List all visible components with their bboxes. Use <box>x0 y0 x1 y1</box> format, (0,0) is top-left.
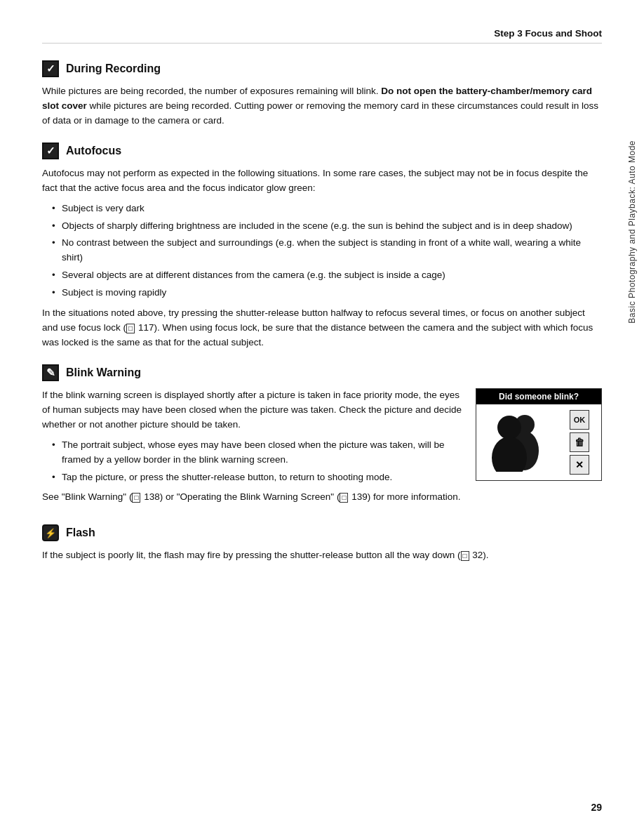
during-recording-text: While pictures are being recorded, the n… <box>42 84 602 128</box>
blink-action-buttons: OK 🗑 ✕ <box>570 410 589 475</box>
page-container: Step 3 Focus and Shoot ✓ During Recordin… <box>0 0 644 834</box>
section-heading-blink-warning: Blink Warning <box>66 366 141 379</box>
sidebar-label: Basic Photography and Playback: Auto Mod… <box>627 140 637 324</box>
section-heading-during-recording: During Recording <box>66 62 161 75</box>
section-heading-autofocus: Autofocus <box>66 145 121 157</box>
page-number: 29 <box>591 802 602 813</box>
blink-warning-content: If the blink warning screen is displayed… <box>42 388 602 510</box>
list-item: Objects of sharply differing brightness … <box>49 219 602 234</box>
blink-close-icon: ✕ <box>575 459 584 470</box>
autofocus-after: In the situations noted above, try press… <box>42 306 602 350</box>
section-heading-flash: Flash <box>66 527 95 539</box>
blink-warning-reference: See "Blink Warning" (□ 138) or "Operatin… <box>42 490 464 505</box>
list-item: Subject is very dark <box>49 201 602 216</box>
section-title-blink-warning: ✎ Blink Warning <box>42 364 602 381</box>
flash-text: If the subject is poorly lit, the flash … <box>42 548 602 563</box>
book-ref-icon: □ <box>132 493 140 503</box>
blink-figures-svg <box>488 412 565 472</box>
list-item: The portrait subject, whose eyes may hav… <box>49 438 464 468</box>
list-item: Tap the picture, or press the shutter-re… <box>49 470 464 485</box>
autofocus-intro: Autofocus may not perform as expected in… <box>42 166 602 196</box>
section-title-flash: ⚡ Flash <box>42 524 602 541</box>
pencil-icon-blink-warning: ✎ <box>42 364 59 381</box>
blink-delete-button[interactable]: 🗑 <box>570 432 589 452</box>
blink-warning-intro: If the blink warning screen is displayed… <box>42 388 464 432</box>
blink-warning-image: Did someone blink? OK 🗑 ✕ <box>476 388 602 481</box>
list-item: Subject is moving rapidly <box>49 286 602 300</box>
book-ref-icon: □ <box>461 551 469 561</box>
section-title-during-recording: ✓ During Recording <box>42 60 602 77</box>
autofocus-bullet-list: Subject is very dark Objects of sharply … <box>42 201 602 301</box>
checked-icon-during-recording: ✓ <box>42 60 59 77</box>
blink-ok-label: OK <box>574 416 586 424</box>
page-header: Step 3 Focus and Shoot <box>42 28 602 44</box>
book-ref-icon: □ <box>126 324 135 333</box>
camera-flash-icon: ⚡ <box>42 524 59 541</box>
blink-image-body: OK 🗑 ✕ <box>476 404 601 480</box>
blink-warning-bullet-list: The portrait subject, whose eyes may hav… <box>42 438 464 485</box>
section-flash: ⚡ Flash If the subject is poorly lit, th… <box>42 524 602 563</box>
svg-point-2 <box>497 416 521 439</box>
header-title: Step 3 Focus and Shoot <box>494 28 602 39</box>
blink-image-title: Did someone blink? <box>476 389 601 404</box>
blink-delete-icon: 🗑 <box>575 437 584 448</box>
blink-warning-text-block: If the blink warning screen is displayed… <box>42 388 464 510</box>
list-item: Several objects are at different distanc… <box>49 268 602 283</box>
section-title-autofocus: ✓ Autofocus <box>42 143 602 159</box>
book-ref-icon: □ <box>340 493 348 503</box>
section-blink-warning: ✎ Blink Warning If the blink warning scr… <box>42 364 602 510</box>
blink-close-button[interactable]: ✕ <box>570 455 589 475</box>
section-during-recording: ✓ During Recording While pictures are be… <box>42 60 602 128</box>
section-autofocus: ✓ Autofocus Autofocus may not perform as… <box>42 143 602 350</box>
checked-icon-autofocus: ✓ <box>42 143 59 159</box>
blink-ok-button[interactable]: OK <box>570 410 589 430</box>
list-item: No contrast between the subject and surr… <box>49 236 602 265</box>
